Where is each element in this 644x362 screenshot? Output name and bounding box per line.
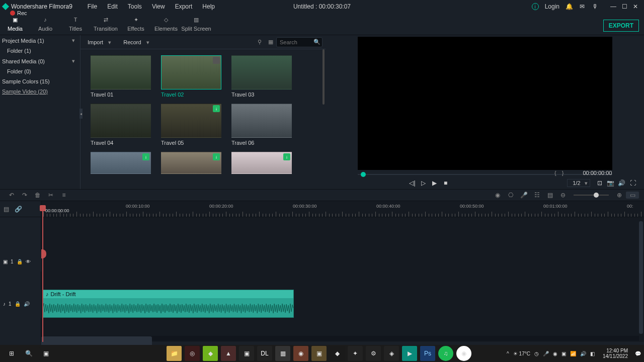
sidebar-sample-colors[interactable]: Sample Colors (15) — [0, 76, 80, 86]
crop-button[interactable]: ≡ — [57, 192, 70, 199]
grid-view-icon[interactable]: ▦ — [265, 39, 276, 45]
sidebar-project-media[interactable]: Project Media (1)▾ — [0, 35, 80, 46]
render-icon[interactable]: ◉ — [491, 192, 504, 199]
taskbar-clock[interactable]: 12:40 PM 14/11/2022 — [603, 348, 628, 359]
snapshot-icon[interactable]: 📷 — [605, 179, 616, 187]
taskbar-app-filmora[interactable]: ▶ — [402, 346, 417, 361]
timeline-settings-icon[interactable]: ▤ — [0, 206, 12, 213]
taskbar-app-3[interactable]: ◆ — [203, 346, 218, 361]
notification-icon[interactable]: 🔔 — [566, 3, 573, 10]
preview-progress[interactable]: { } 00:00:00:00 — [358, 170, 612, 177]
clip-travel-01[interactable]: Travel 01 — [91, 55, 151, 100]
tab-audio[interactable]: ♪Audio — [30, 15, 60, 35]
taskbar-app-6[interactable]: DL — [257, 346, 272, 361]
timeline-zoom-slider[interactable] — [574, 195, 609, 196]
search-input[interactable] — [277, 39, 312, 45]
redo-button[interactable]: ↷ — [18, 192, 31, 199]
tab-titles[interactable]: TTitles — [60, 15, 91, 35]
split-button[interactable]: ✂ — [44, 192, 57, 199]
link-icon[interactable]: 🔗 — [12, 206, 24, 213]
tray-network-icon[interactable]: 📶 — [570, 351, 576, 356]
info-icon[interactable]: i — [532, 3, 539, 10]
menu-view[interactable]: View — [147, 3, 170, 10]
clip-travel-06[interactable]: Travel 06 — [231, 104, 292, 148]
weather-widget[interactable]: ☀ 17°C — [513, 351, 530, 356]
mixer-icon[interactable]: ☷ — [530, 192, 543, 199]
clip-travel-03[interactable]: Travel 03 — [231, 55, 292, 100]
stop-button[interactable]: ■ — [440, 179, 451, 187]
search-box[interactable]: 🔍 — [276, 37, 323, 47]
start-button[interactable]: ⊞ — [5, 347, 18, 360]
tray-lang-icon[interactable]: ◧ — [590, 351, 595, 356]
taskbar-app-11[interactable]: ✦ — [348, 346, 363, 361]
volume-icon[interactable]: 🔊 — [616, 179, 627, 187]
zoom-fit-icon[interactable]: ▭ — [626, 192, 639, 199]
filter-icon[interactable]: ⚲ — [254, 39, 265, 45]
sidebar-shared-media[interactable]: Shared Media (0)▾ — [0, 56, 80, 66]
zoom-in-icon[interactable]: ⊕ — [613, 192, 626, 199]
audio-clip-drift[interactable]: ♪Drift - Drift — [42, 290, 294, 318]
taskbar-app-5[interactable]: ▣ — [239, 346, 254, 361]
undo-button[interactable]: ↶ — [5, 192, 18, 199]
marker-icon[interactable]: ⎔ — [504, 192, 517, 199]
sidebar-sample-video[interactable]: Sample Video (20) — [0, 86, 80, 97]
preview-zoom-dropdown[interactable]: 1/2 — [567, 179, 590, 187]
lock-icon[interactable]: 🔒 — [17, 259, 23, 264]
sidebar-folder-0[interactable]: Folder (0) — [0, 66, 80, 76]
tray-icon-2[interactable]: ◉ — [553, 351, 557, 356]
taskbar-app-13[interactable]: ◈ — [384, 346, 399, 361]
clip-row3-2[interactable]: ↓ — [161, 152, 221, 174]
menu-tools[interactable]: Tools — [123, 3, 147, 10]
fullscreen-icon[interactable]: ⛶ — [627, 179, 638, 187]
tray-volume-icon[interactable]: 🔊 — [580, 351, 586, 356]
message-icon[interactable]: ✉ — [579, 3, 586, 10]
import-dropdown[interactable]: Import — [80, 39, 116, 45]
taskbar-app-8[interactable]: ◉ — [293, 346, 308, 361]
visibility-icon[interactable]: 👁 — [26, 259, 31, 264]
export-button[interactable]: EXPORT — [603, 20, 639, 32]
in-out-brackets[interactable]: { } — [554, 170, 566, 176]
minimize-button[interactable]: — — [609, 2, 618, 11]
taskbar-app-4[interactable]: ▲ — [221, 346, 236, 361]
taskbar-app-spotify[interactable]: ♫ — [438, 346, 453, 361]
login-button[interactable]: Login — [545, 3, 559, 10]
menu-help[interactable]: Help — [197, 3, 220, 10]
taskbar-app-2[interactable]: ◎ — [185, 346, 200, 361]
voiceover-icon[interactable]: 🎤 — [517, 192, 530, 199]
browser-scrollbar[interactable] — [323, 49, 325, 105]
timeline-ruler[interactable]: 00:00:10:00 00:00:20:00 00:00:30:00 00:0… — [43, 204, 644, 217]
menu-file[interactable]: File — [83, 3, 102, 10]
taskbar-app-10[interactable]: ◆ — [330, 346, 345, 361]
mic-icon[interactable]: 🎙 — [592, 3, 599, 10]
tray-overflow-icon[interactable]: ^ — [507, 351, 509, 356]
panel-icon[interactable]: ▤ — [543, 192, 556, 199]
clip-travel-02[interactable]: Travel 02 — [161, 55, 221, 100]
record-dropdown[interactable]: Record — [116, 39, 154, 45]
quality-icon[interactable]: ⊡ — [594, 179, 605, 187]
prev-frame-button[interactable]: ◁| — [407, 179, 418, 187]
taskbar-search-icon[interactable]: 🔍 — [22, 347, 35, 360]
preview-canvas[interactable] — [358, 37, 612, 170]
zoom-out-icon[interactable]: ⊖ — [556, 192, 570, 199]
search-icon[interactable]: 🔍 — [312, 39, 322, 45]
tab-media[interactable]: ▣Media — [0, 15, 30, 35]
play-button[interactable]: ▶ — [429, 179, 440, 187]
tray-mic-icon[interactable]: 🎤 — [543, 351, 549, 356]
taskbar-app-explorer[interactable]: 📁 — [167, 346, 182, 361]
task-view-icon[interactable]: ▣ — [39, 347, 52, 360]
mute-icon[interactable]: 🔊 — [24, 301, 30, 307]
timeline-v-scrollbar[interactable] — [639, 221, 643, 334]
taskbar-app-7[interactable]: ▦ — [275, 346, 290, 361]
timeline-h-scrollbar[interactable] — [41, 336, 639, 341]
tray-icon[interactable]: ◷ — [534, 351, 539, 356]
clip-row3-1[interactable]: ↓ — [91, 152, 151, 174]
clip-row3-3[interactable]: ↓ — [231, 152, 292, 174]
tab-transition[interactable]: ⇄Transition — [91, 15, 121, 35]
sidebar-folder-1[interactable]: Folder (1) — [0, 46, 80, 56]
clip-travel-04[interactable]: Travel 04 — [91, 104, 151, 148]
maximize-button[interactable]: ☐ — [620, 2, 629, 11]
menu-edit[interactable]: Edit — [102, 3, 123, 10]
tab-elements[interactable]: ◇Elements — [151, 15, 181, 35]
slider-knob[interactable] — [594, 193, 599, 198]
taskbar-app-photoshop[interactable]: Ps — [420, 346, 435, 361]
